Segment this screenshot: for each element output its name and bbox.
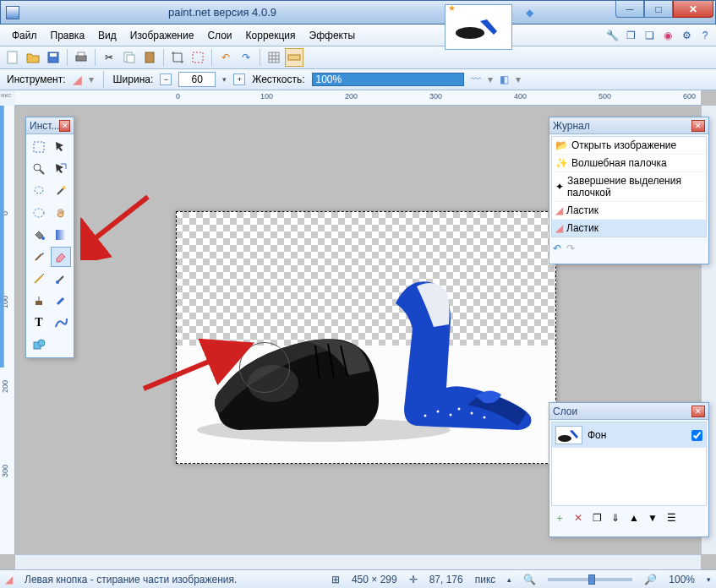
pin-icon[interactable]: ◆ (526, 7, 533, 19)
width-increase[interactable]: + (233, 74, 245, 85)
zoom-in-icon[interactable]: 🔎 (644, 574, 657, 585)
layer-visible-checkbox[interactable] (691, 430, 702, 441)
menu-adjustments[interactable]: Коррекция (239, 26, 303, 45)
open-icon: 📂 (555, 139, 568, 151)
minimize-button[interactable]: ─ (615, 1, 644, 18)
undo-button[interactable]: ↶ (216, 48, 235, 67)
tool-options-bar: Инструмент: ◢ ▾ Ширина: − ▾ + Жесткость:… (0, 69, 716, 90)
open-button[interactable] (24, 48, 42, 67)
svg-point-26 (34, 209, 44, 217)
tool-clone[interactable] (29, 291, 49, 311)
titlebar: paint.net версия 4.0.9 ★ ◆ ─ □ ✕ (0, 0, 716, 24)
menu-file[interactable]: Файл (5, 26, 44, 45)
tool-recolor[interactable] (51, 291, 71, 311)
menu-image[interactable]: Изображение (123, 26, 201, 45)
tool-color-picker[interactable] (51, 269, 71, 289)
status-unit[interactable]: пикс (475, 574, 496, 585)
merge-down-icon[interactable]: ⇓ (608, 510, 623, 525)
eraser-icon[interactable]: ◢ (73, 73, 82, 86)
layers-panel-title[interactable]: Слои ✕ (549, 403, 708, 420)
paste-button[interactable] (140, 48, 159, 67)
wand-finish-icon: ✦ (555, 181, 564, 193)
save-button[interactable] (44, 48, 63, 67)
windows-icon[interactable]: ❐ (623, 28, 638, 43)
wrench-icon[interactable]: 🔧 (604, 28, 620, 43)
tool-eraser[interactable] (51, 247, 71, 267)
deselect-button[interactable] (189, 48, 207, 67)
close-icon[interactable]: ✕ (691, 120, 705, 132)
status-zoom[interactable]: 100% (669, 574, 695, 585)
history-item[interactable]: ◢Ластик (552, 202, 706, 220)
tool-shapes[interactable] (29, 335, 49, 355)
layers-panel[interactable]: Слои ✕ Фон ＋ ✕ ❐ ⇓ ▲ ▼ ☰ (549, 402, 709, 537)
print-button[interactable] (72, 48, 90, 67)
antialias-icon[interactable]: 〰 (471, 74, 481, 85)
crop-button[interactable] (168, 48, 187, 67)
menu-layers[interactable]: Слои (200, 26, 238, 45)
blend-icon[interactable]: ◧ (500, 74, 509, 85)
document-thumbnail[interactable]: ★ ◆ (445, 4, 512, 50)
hardness-label: Жесткость: (252, 74, 304, 85)
copy-button[interactable] (120, 48, 139, 67)
zoom-slider[interactable] (548, 578, 632, 581)
tool-rect-select[interactable] (29, 137, 49, 157)
move-up-icon[interactable]: ▲ (626, 510, 642, 525)
statusbar: ◢ Левая кнопка - стирание части изображе… (0, 569, 716, 588)
hardness-slider[interactable]: 100% (312, 73, 464, 86)
grid-button[interactable] (265, 48, 283, 67)
tool-text[interactable]: T (29, 313, 49, 333)
maximize-button[interactable]: □ (644, 1, 673, 18)
tool-lasso[interactable] (29, 181, 49, 201)
tools-panel-title[interactable]: Инст... ✕ (26, 117, 74, 134)
move-down-icon[interactable]: ▼ (645, 510, 660, 525)
width-input[interactable] (178, 72, 216, 87)
palette-icon[interactable]: ◉ (660, 28, 675, 43)
copy-icon[interactable]: ❏ (642, 28, 657, 43)
menu-edit[interactable]: Правка (44, 26, 92, 45)
layer-item[interactable]: Фон (552, 422, 706, 448)
add-layer-icon[interactable]: ＋ (552, 510, 567, 525)
cut-button[interactable]: ✂ (100, 48, 118, 67)
duplicate-layer-icon[interactable]: ❐ (589, 510, 604, 525)
tool-move-select[interactable] (51, 137, 71, 157)
width-decrease[interactable]: − (160, 74, 172, 85)
new-button[interactable] (3, 48, 22, 67)
tool-move-pixels[interactable] (51, 159, 71, 179)
tool-pan[interactable] (51, 203, 71, 223)
close-icon[interactable]: ✕ (691, 406, 705, 417)
history-panel-title[interactable]: Журнал ✕ (549, 117, 708, 134)
layer-props-icon[interactable]: ☰ (664, 510, 679, 525)
ruler-button[interactable] (285, 48, 303, 67)
cursor-pos-icon: ✛ (409, 574, 418, 585)
tool-magic-wand[interactable] (51, 181, 71, 201)
tool-paint-bucket[interactable] (29, 225, 49, 245)
menu-effects[interactable]: Эффекты (303, 26, 363, 45)
tool-line[interactable] (51, 313, 71, 333)
tool-gradient[interactable] (51, 225, 71, 245)
close-button[interactable]: ✕ (673, 1, 713, 18)
redo-button[interactable]: ↷ (237, 48, 255, 67)
status-size: 450 × 299 (352, 574, 397, 585)
tool-pencil[interactable] (29, 269, 49, 289)
canvas[interactable] (176, 211, 556, 464)
history-item[interactable]: ◢Ластик (552, 220, 706, 237)
history-item[interactable]: ✨Волшебная палочка (552, 155, 706, 172)
history-item[interactable]: ✦Завершение выделения палочкой (552, 172, 706, 202)
menu-view[interactable]: Вид (91, 26, 123, 45)
delete-layer-icon[interactable]: ✕ (571, 510, 586, 525)
undo-icon[interactable]: ↶ (553, 242, 561, 254)
tools-panel[interactable]: Инст... ✕ T (25, 117, 74, 358)
scrollbar-horizontal[interactable] (15, 554, 701, 569)
zoom-out-icon[interactable]: 🔍 (523, 574, 536, 585)
redo-icon[interactable]: ↷ (566, 242, 575, 254)
history-panel[interactable]: Журнал ✕ 📂Открыть изображение ✨Волшебная… (549, 117, 709, 264)
help-icon[interactable]: ? (697, 28, 713, 43)
tool-brush[interactable] (29, 247, 49, 267)
gear-icon[interactable]: ⚙ (679, 28, 694, 43)
ruler-horizontal[interactable]: 0 100 200 300 400 500 600 (15, 90, 701, 106)
tool-ellipse-select[interactable] (29, 203, 49, 223)
tool-zoom[interactable] (29, 159, 49, 179)
menubar: Файл Правка Вид Изображение Слои Коррекц… (0, 24, 716, 46)
close-icon[interactable]: ✕ (59, 120, 70, 132)
history-item[interactable]: 📂Открыть изображение (552, 137, 706, 155)
